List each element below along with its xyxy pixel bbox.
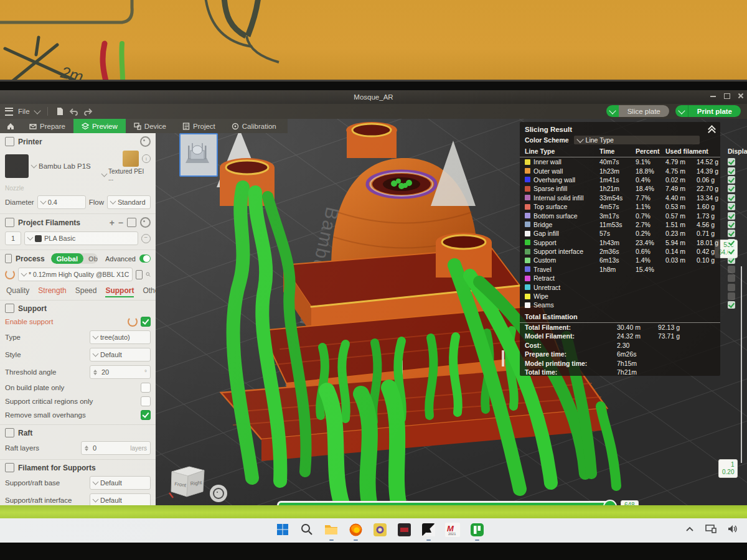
threshold-angle-input[interactable]: 20 °	[90, 365, 151, 379]
line-type-weight: 14.52 g	[697, 158, 728, 166]
redo-icon[interactable]	[83, 108, 93, 116]
plate-type-thumbnail[interactable]	[123, 151, 139, 167]
tray-speaker-icon[interactable]	[728, 525, 738, 533]
print-options-chevron-icon[interactable]	[675, 105, 688, 117]
tray-chevron-up-icon[interactable]	[685, 526, 694, 532]
sync-filament-icon[interactable]	[127, 218, 136, 227]
display-checkbox[interactable]	[728, 284, 735, 291]
hamburger-icon[interactable]	[5, 108, 13, 116]
maximize-button[interactable]	[723, 92, 731, 100]
raft-layers-spinner[interactable]	[85, 446, 88, 451]
process-tab-quality[interactable]: Quality	[6, 286, 29, 297]
display-checkbox[interactable]	[728, 167, 735, 175]
process-tab-others[interactable]: Others	[143, 286, 156, 297]
center-view-button[interactable]	[210, 485, 227, 502]
taskbar-icon-search[interactable]	[298, 521, 316, 538]
taskbar-icon-bambu-studio[interactable]	[468, 521, 486, 538]
tab-preview[interactable]: Preview	[73, 119, 126, 133]
reset-enable-support-icon[interactable]	[128, 317, 138, 327]
filament-settings-gear-icon[interactable]	[140, 217, 151, 228]
file-menu-chevron-icon[interactable]	[34, 107, 40, 114]
plate-info-icon[interactable]: i	[142, 154, 151, 163]
navigation-cube[interactable]: Front Right	[166, 460, 209, 502]
remove-filament-button[interactable]: −	[118, 218, 123, 228]
remove-overhangs-checkbox[interactable]	[141, 410, 151, 420]
tab-calibration[interactable]: Calibration	[223, 119, 284, 133]
raft-layers-input[interactable]: 0 layers	[81, 441, 151, 455]
scope-global[interactable]: Global	[51, 253, 83, 264]
line-type-label: Support	[533, 239, 599, 246]
display-checkbox[interactable]	[728, 248, 735, 255]
taskbar-icon-app-yellow[interactable]	[371, 521, 388, 538]
display-checkbox[interactable]	[728, 239, 735, 246]
printer-thumbnail[interactable]	[5, 154, 29, 178]
process-tab-speed[interactable]: Speed	[75, 286, 97, 297]
line-type-length: 0.57 m	[665, 212, 697, 220]
close-button[interactable]	[737, 92, 745, 100]
print-plate-button[interactable]: Print plate	[675, 105, 741, 117]
display-checkbox[interactable]	[728, 176, 735, 184]
support-type-select[interactable]: tree(auto)	[90, 330, 151, 344]
display-checkbox[interactable]	[728, 256, 735, 264]
display-checkbox[interactable]	[728, 158, 735, 166]
layer-slider-bottom-badge[interactable]: 1 0.20	[718, 459, 738, 478]
display-checkbox[interactable]	[728, 221, 735, 228]
plate-thumbnail-card[interactable]	[179, 133, 218, 177]
diameter-select[interactable]: 0.4	[37, 195, 86, 209]
slice-options-chevron-icon[interactable]	[606, 105, 619, 117]
color-scheme-select[interactable]: Line Type	[574, 136, 700, 144]
taskbar-icon-file-explorer[interactable]	[322, 521, 340, 538]
file-menu[interactable]: File	[18, 108, 30, 115]
new-file-icon[interactable]	[55, 107, 64, 116]
support-style-select[interactable]: Default	[90, 348, 151, 362]
taskbar-icon-app-bw[interactable]	[420, 521, 437, 538]
support-raft-base-select[interactable]: Default	[90, 476, 151, 490]
display-checkbox[interactable]	[728, 194, 735, 202]
save-preset-icon[interactable]	[136, 270, 143, 279]
reset-preset-icon[interactable]	[5, 269, 15, 279]
tab-device[interactable]: Device	[126, 119, 174, 133]
display-checkbox[interactable]	[728, 292, 735, 300]
collapse-filament-icon[interactable]: −	[141, 234, 151, 243]
printer-settings-gear-icon[interactable]	[140, 136, 151, 147]
display-checkbox[interactable]	[728, 266, 735, 273]
display-checkbox[interactable]	[728, 185, 735, 192]
display-checkbox[interactable]	[728, 274, 735, 282]
display-checkbox[interactable]	[728, 203, 735, 210]
taskbar-icon-app-dark[interactable]	[395, 521, 413, 538]
enable-support-checkbox[interactable]	[141, 317, 151, 327]
taskbar-icon-firefox[interactable]	[347, 521, 364, 538]
critical-regions-checkbox[interactable]	[141, 396, 151, 406]
advanced-toggle[interactable]	[139, 254, 151, 263]
slice-plate-button[interactable]: Slice plate	[606, 105, 669, 117]
taskbar-icon-mastercam[interactable]: M2021	[444, 521, 461, 538]
add-filament-button[interactable]: +	[110, 218, 115, 228]
home-tab[interactable]	[0, 119, 21, 133]
display-checkbox[interactable]	[728, 301, 735, 309]
threshold-spinner[interactable]	[93, 370, 97, 375]
tab-project[interactable]: Project	[174, 119, 223, 133]
display-checkbox[interactable]	[728, 212, 735, 220]
layer-slider-rail[interactable]	[741, 266, 742, 463]
display-checkbox[interactable]	[728, 230, 735, 237]
process-scope-toggle[interactable]: Global Objects	[51, 253, 98, 264]
print-plate-label[interactable]: Print plate	[688, 105, 741, 117]
collapse-panel-icon[interactable]	[708, 126, 715, 133]
tray-display-icon[interactable]	[705, 525, 716, 533]
process-tab-strength[interactable]: Strength	[38, 286, 66, 297]
slice-plate-label[interactable]: Slice plate	[619, 105, 669, 117]
minimize-button[interactable]	[710, 92, 717, 100]
process-tab-support[interactable]: Support	[105, 286, 134, 297]
scope-objects[interactable]: Objects	[83, 255, 98, 263]
flow-select[interactable]: Standard	[107, 195, 151, 209]
printer-select[interactable]: Bambu Lab P1S	[32, 162, 99, 170]
process-preset-select[interactable]: * 0.12mm High Quality @BBL X1C	[18, 268, 133, 281]
undo-icon[interactable]	[69, 108, 78, 116]
search-preset-icon[interactable]	[146, 271, 151, 278]
plate-type-select[interactable]: Textured PEI ...	[102, 168, 151, 182]
support-raft-interface-select[interactable]: Default	[90, 493, 151, 505]
taskbar-icon-windows-start[interactable]	[274, 521, 291, 538]
tab-prepare[interactable]: Prepare	[21, 119, 73, 133]
filament-select[interactable]: PLA Basic	[24, 231, 138, 245]
on-build-plate-checkbox[interactable]	[141, 383, 151, 393]
